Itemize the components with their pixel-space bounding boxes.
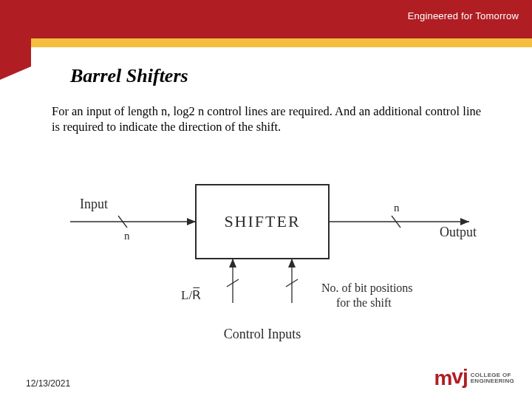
- diagram-ctrl-right-l1: No. of bit positions: [321, 282, 413, 295]
- header-tagline: Engineered for Tomorrow: [408, 10, 519, 21]
- corner-wedge: [0, 66, 31, 80]
- header-stripe: [0, 38, 532, 47]
- footer-date: 12/13/2021: [26, 378, 70, 389]
- logo-text: COLLEGE OF ENGINEERING: [471, 372, 514, 385]
- diagram-ctrl-left-label: L/R̅: [181, 287, 201, 302]
- corner-block: [0, 38, 31, 66]
- logo-mark: mvj: [434, 366, 467, 390]
- svg-marker-11: [288, 259, 296, 267]
- diagram-block-label: SHIFTER: [224, 212, 300, 231]
- diagram-input-width: n: [124, 230, 130, 242]
- diagram-bottom-label: Control Inputs: [224, 327, 301, 341]
- diagram-ctrl-right-l2: for the shift: [336, 296, 392, 309]
- shifter-diagram: SHIFTER Input n Output n L/R̅ No. of bit…: [30, 155, 502, 347]
- svg-marker-2: [187, 218, 196, 225]
- header-bar: Engineered for Tomorrow: [0, 0, 532, 38]
- page-title: Barrel Shifters: [70, 65, 188, 87]
- diagram-output-width: n: [394, 202, 400, 214]
- body-text: For an input of length n, log2 n control…: [52, 103, 488, 134]
- diagram-output-label: Output: [440, 225, 477, 239]
- footer-logo: mvj COLLEGE OF ENGINEERING: [434, 366, 514, 390]
- diagram-input-label: Input: [80, 197, 108, 211]
- svg-marker-8: [229, 259, 236, 267]
